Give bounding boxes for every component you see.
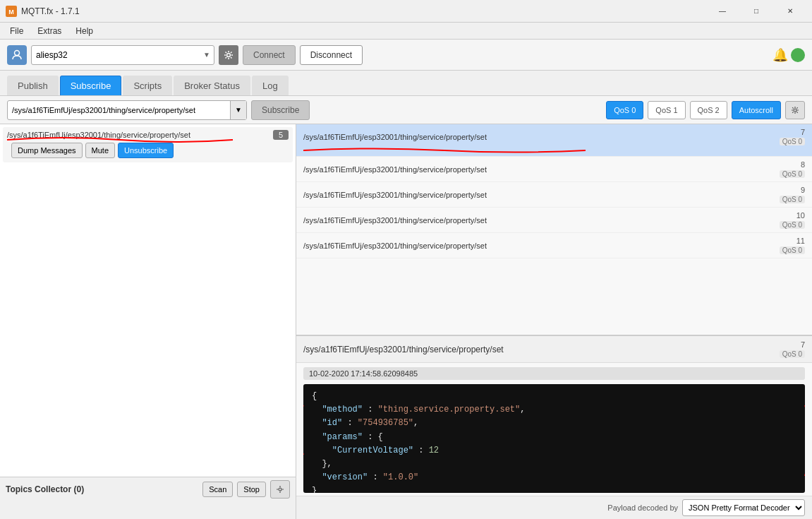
tab-subscribe[interactable]: Subscribe	[60, 76, 122, 95]
scan-button[interactable]: Scan	[202, 482, 233, 497]
menubar: File Extras Help	[0, 23, 812, 40]
red-underline-annotation	[7, 134, 233, 143]
app-icon: M	[6, 6, 17, 17]
detail-timestamp: 10-02-2020 17:14:58.62098485	[303, 367, 805, 380]
subscribe-button[interactable]: Subscribe	[251, 100, 310, 120]
message-meta: 7 QoS 0	[780, 128, 805, 145]
message-qos: QoS 0	[780, 196, 805, 203]
message-qos: QoS 0	[780, 138, 805, 145]
left-panel: /sys/a1f6TiEmfUj/esp32001/thing/service/…	[0, 124, 296, 519]
detail-qos: QoS 0	[780, 350, 805, 358]
connection-status-dot	[791, 48, 805, 62]
autoscroll-button[interactable]: Autoscroll	[732, 101, 781, 119]
profile-icon	[7, 45, 27, 65]
message-meta: 11 QoS 0	[780, 237, 805, 254]
message-number: 9	[801, 186, 805, 194]
message-qos: QoS 0	[780, 246, 805, 254]
red-curve-left-annotation	[303, 398, 308, 469]
main-content: /sys/a1f6TiEmfUj/esp32001/thing/service/…	[0, 124, 812, 519]
message-row[interactable]: /sys/a1f6TiEmfUj/esp32001/thing/service/…	[296, 157, 812, 182]
stop-button[interactable]: Stop	[237, 482, 266, 497]
tab-broker-status[interactable]: Broker Status	[174, 76, 250, 95]
detail-topic: /sys/a1f6TiEmfUj/esp32001/thing/service/…	[303, 345, 504, 354]
subscription-badge: 5	[273, 130, 289, 140]
titlebar: M MQTT.fx - 1.7.1 — □ ✕	[0, 0, 812, 23]
dump-messages-button[interactable]: Dump Messages	[11, 143, 83, 158]
menu-extras[interactable]: Extras	[30, 25, 68, 37]
message-number: 7	[801, 128, 805, 136]
mute-button[interactable]: Mute	[85, 143, 115, 158]
detail-payload: { "method" : "thing.service.property.set…	[303, 384, 805, 493]
topic-input[interactable]	[8, 106, 230, 114]
connection-selector[interactable]: aliesp32 ▼	[31, 45, 214, 65]
subscription-list: /sys/a1f6TiEmfUj/esp32001/thing/service/…	[0, 124, 296, 477]
window-controls: — □ ✕	[706, 0, 806, 23]
message-list: /sys/a1f6TiEmfUj/esp32001/thing/service/…	[296, 124, 812, 335]
message-row[interactable]: /sys/a1f6TiEmfUj/esp32001/thing/service/…	[296, 208, 812, 233]
topics-collector: Topics Collector (0) Scan Stop	[0, 477, 296, 519]
status-icons: 🔔	[772, 47, 805, 63]
svg-point-4	[794, 109, 796, 112]
payload-decoded-label: Payload decoded by	[607, 503, 678, 512]
subscription-controls: Dump Messages Mute Unsubscribe	[7, 143, 174, 158]
tab-scripts[interactable]: Scripts	[123, 76, 172, 95]
tab-log[interactable]: Log	[252, 76, 289, 95]
detail-panel: /sys/a1f6TiEmfUj/esp32001/thing/service/…	[296, 335, 812, 519]
message-number: 8	[801, 160, 805, 169]
message-topic: /sys/a1f6TiEmfUj/esp32001/thing/service/…	[303, 191, 780, 199]
message-meta: 8 QoS 0	[780, 160, 805, 178]
detail-num-qos: 7 QoS 0	[780, 340, 805, 358]
decoder-select[interactable]: JSON Pretty Format Decoder	[682, 499, 805, 516]
settings-button[interactable]	[219, 45, 238, 65]
close-button[interactable]: ✕	[774, 0, 806, 23]
minimize-button[interactable]: —	[706, 0, 739, 23]
message-topic: /sys/a1f6TiEmfUj/esp32001/thing/service/…	[303, 216, 780, 225]
connection-select[interactable]: aliesp32	[31, 45, 214, 65]
message-settings-button[interactable]	[785, 101, 805, 119]
message-meta: 9 QoS 0	[780, 186, 805, 203]
notification-icon: 🔔	[772, 47, 788, 63]
toolbar: aliesp32 ▼ Connect Disconnect 🔔	[0, 40, 812, 71]
topics-collector-title: Topics Collector (0)	[6, 484, 198, 494]
disconnect-button[interactable]: Disconnect	[300, 45, 363, 65]
menu-file[interactable]: File	[3, 25, 30, 37]
svg-point-3	[227, 53, 231, 56]
collector-settings-button[interactable]	[270, 480, 290, 499]
detail-header: /sys/a1f6TiEmfUj/esp32001/thing/service/…	[296, 336, 812, 363]
unsubscribe-button[interactable]: Unsubscribe	[118, 143, 174, 158]
message-topic: /sys/a1f6TiEmfUj/esp32001/thing/service/…	[303, 165, 780, 174]
red-curve-right-annotation	[801, 398, 805, 493]
menu-help[interactable]: Help	[68, 25, 100, 37]
message-row[interactable]: /sys/a1f6TiEmfUj/esp32001/thing/service/…	[296, 124, 812, 157]
message-topic: /sys/a1f6TiEmfUj/esp32001/thing/service/…	[303, 241, 780, 250]
message-number: 10	[796, 211, 805, 220]
qos1-button[interactable]: QoS 1	[648, 101, 685, 119]
tab-publish[interactable]: Publish	[7, 76, 59, 95]
window-title: MQTT.fx - 1.7.1	[21, 6, 706, 16]
red-underline-msg-annotation	[303, 146, 655, 153]
maximize-button[interactable]: □	[740, 0, 772, 23]
message-qos: QoS 0	[780, 170, 805, 178]
subscribe-bar: ▼ Subscribe QoS 0 QoS 1 QoS 2 Autoscroll	[0, 96, 812, 124]
tab-bar: Publish Subscribe Scripts Broker Status …	[0, 71, 812, 96]
qos0-button[interactable]: QoS 0	[606, 101, 643, 119]
message-row[interactable]: /sys/a1f6TiEmfUj/esp32001/thing/service/…	[296, 182, 812, 208]
topics-collector-header: Topics Collector (0) Scan Stop	[6, 480, 290, 499]
detail-number: 7	[801, 340, 805, 349]
subscription-item: /sys/a1f6TiEmfUj/esp32001/thing/service/…	[3, 127, 293, 162]
svg-point-2	[15, 50, 20, 55]
svg-text:M: M	[8, 8, 14, 16]
right-panel: /sys/a1f6TiEmfUj/esp32001/thing/service/…	[296, 124, 812, 519]
message-qos: QoS 0	[780, 221, 805, 229]
detail-footer: Payload decoded by JSON Pretty Format De…	[296, 496, 812, 519]
qos2-button[interactable]: QoS 2	[690, 101, 727, 119]
message-topic: /sys/a1f6TiEmfUj/esp32001/thing/service/…	[303, 133, 780, 141]
svg-point-5	[279, 488, 281, 491]
message-row[interactable]: /sys/a1f6TiEmfUj/esp32001/thing/service/…	[296, 233, 812, 258]
topic-input-wrapper[interactable]: ▼	[7, 100, 247, 120]
message-meta: 10 QoS 0	[780, 211, 805, 229]
connect-button[interactable]: Connect	[243, 45, 296, 65]
topic-dropdown-button[interactable]: ▼	[230, 101, 246, 119]
message-number: 11	[796, 237, 805, 245]
